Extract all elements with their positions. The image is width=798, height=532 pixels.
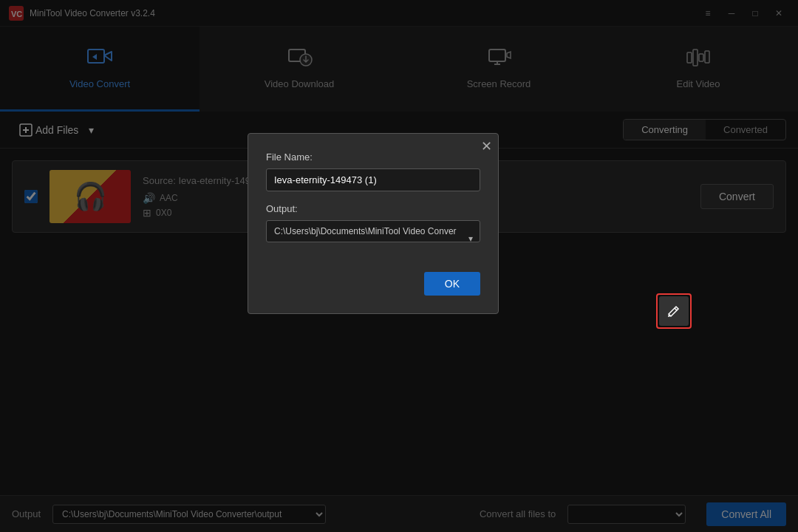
modal-output-select[interactable]: C:\Users\bj\Documents\MiniTool Video Con… [266, 220, 480, 242]
modal-output-wrapper: C:\Users\bj\Documents\MiniTool Video Con… [266, 220, 480, 257]
modal-ok-button[interactable]: OK [424, 272, 480, 296]
modal-file-name-label: File Name: [266, 151, 480, 163]
svg-line-15 [675, 308, 677, 310]
pencil-icon [666, 304, 681, 318]
edit-icon-highlight [656, 293, 692, 329]
edit-icon-button[interactable] [659, 296, 689, 326]
modal-close-button[interactable]: ✕ [481, 140, 492, 153]
modal-filename-input[interactable] [266, 168, 480, 191]
file-rename-modal: ✕ File Name: Output: C:\Users\bj\Documen… [248, 133, 499, 314]
modal-output-label: Output: [266, 203, 480, 214]
